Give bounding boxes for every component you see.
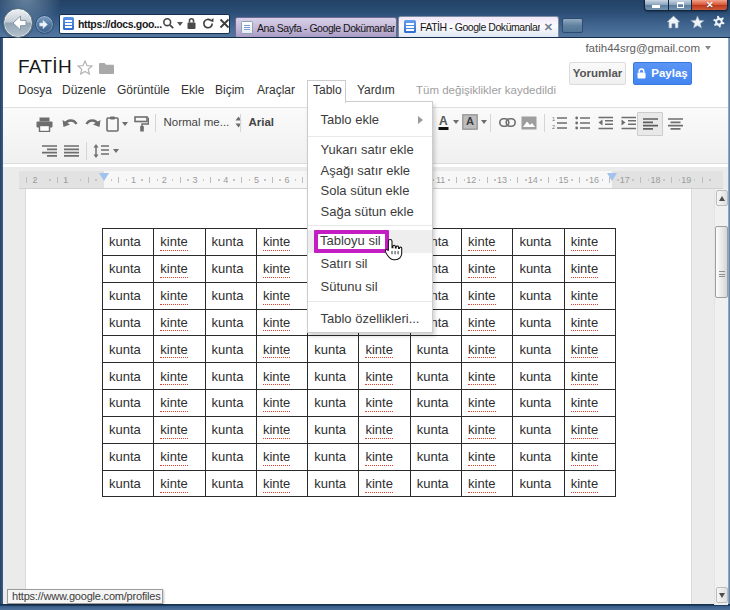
- table-cell[interactable]: kinte: [564, 470, 615, 497]
- table-cell[interactable]: kinte: [359, 443, 410, 470]
- table-cell[interactable]: kinte: [564, 336, 615, 363]
- folder-icon[interactable]: [98, 61, 115, 75]
- table-cell[interactable]: kinte: [462, 255, 513, 282]
- table-cell[interactable]: kinte: [154, 229, 205, 256]
- search-dropdown-caret[interactable]: [177, 22, 183, 26]
- minimize-button[interactable]: [645, 0, 669, 10]
- table-cell[interactable]: kunta: [205, 390, 256, 417]
- increase-indent-button[interactable]: [621, 116, 636, 130]
- menubar-item-yardım[interactable]: Yardım: [355, 81, 397, 100]
- table-cell[interactable]: kinte: [359, 363, 410, 390]
- refresh-icon[interactable]: [201, 17, 215, 30]
- styles-dropdown[interactable]: Normal me...: [164, 113, 243, 131]
- line-spacing-button[interactable]: [93, 144, 122, 158]
- table-cell[interactable]: kinte: [564, 282, 615, 309]
- align-center-button[interactable]: [668, 118, 683, 131]
- table-cell[interactable]: kinte: [256, 470, 307, 497]
- scrollbar-thumb[interactable]: [715, 226, 728, 298]
- table-cell[interactable]: kunta: [513, 390, 564, 417]
- scroll-down-button[interactable]: [716, 587, 728, 603]
- table-cell[interactable]: kunta: [513, 363, 564, 390]
- table-cell[interactable]: kinte: [256, 282, 307, 309]
- tab-ana-sayfa[interactable]: Ana Sayfa - Google Dokümanlar: [235, 17, 397, 37]
- table-cell[interactable]: kinte: [462, 282, 513, 309]
- table-cell[interactable]: kinte: [154, 443, 205, 470]
- font-dropdown[interactable]: Arial: [249, 113, 275, 131]
- redo-button[interactable]: [84, 118, 101, 131]
- table-cell[interactable]: kunta: [513, 416, 564, 443]
- table-cell[interactable]: kinte: [564, 416, 615, 443]
- table-cell[interactable]: kunta: [205, 336, 256, 363]
- table-cell[interactable]: kunta: [205, 443, 256, 470]
- table-cell[interactable]: kinte: [256, 443, 307, 470]
- account-menu[interactable]: fatih44srg@gmail.com: [585, 42, 714, 54]
- menubar-item-araçlar[interactable]: Araçlar: [255, 81, 297, 100]
- table-cell[interactable]: kunta: [513, 470, 564, 497]
- table-cell[interactable]: kunta: [513, 255, 564, 282]
- table-cell[interactable]: kinte: [256, 416, 307, 443]
- table-cell[interactable]: kinte: [256, 229, 307, 256]
- table-cell[interactable]: kunta: [513, 309, 564, 336]
- menu-item-tablo-ekle[interactable]: Tablo ekle: [308, 106, 433, 134]
- table-cell[interactable]: kunta: [205, 282, 256, 309]
- table-cell[interactable]: kinte: [359, 336, 410, 363]
- table-cell[interactable]: kunta: [103, 416, 154, 443]
- ruler-right-indent-marker[interactable]: [607, 173, 617, 181]
- star-document-icon[interactable]: [77, 60, 93, 75]
- table-cell[interactable]: kinte: [462, 363, 513, 390]
- ruler-left-indent-marker[interactable]: [99, 173, 109, 181]
- bulleted-list-button[interactable]: [575, 116, 590, 130]
- table-cell[interactable]: kunta: [410, 390, 461, 417]
- menu-item-sa-a-s-tun-ekle[interactable]: Sağa sütun ekle: [308, 201, 433, 222]
- table-cell[interactable]: kinte: [256, 255, 307, 282]
- home-icon[interactable]: [666, 15, 681, 29]
- table-cell[interactable]: kunta: [103, 470, 154, 497]
- table-cell[interactable]: kunta: [103, 336, 154, 363]
- menu-item-tablo-zellikleri-[interactable]: Tablo özellikleri...: [308, 306, 433, 331]
- table-cell[interactable]: kunta: [513, 443, 564, 470]
- table-cell[interactable]: kunta: [410, 336, 461, 363]
- table-cell[interactable]: kinte: [256, 309, 307, 336]
- table-cell[interactable]: kunta: [410, 470, 461, 497]
- web-clipboard-button[interactable]: [106, 116, 131, 132]
- table-cell[interactable]: kinte: [462, 470, 513, 497]
- stop-icon[interactable]: [219, 18, 230, 29]
- address-bar[interactable]: https://docs.goo...: [59, 14, 230, 34]
- table-cell[interactable]: kinte: [154, 363, 205, 390]
- table-cell[interactable]: kinte: [256, 336, 307, 363]
- table-cell[interactable]: kunta: [308, 336, 359, 363]
- new-tab-button[interactable]: [562, 18, 583, 33]
- numbered-list-button[interactable]: 1 2: [552, 116, 567, 130]
- table-cell[interactable]: kinte: [462, 309, 513, 336]
- table-cell[interactable]: kunta: [308, 443, 359, 470]
- table-cell[interactable]: kunta: [103, 309, 154, 336]
- menubar-item-ekle[interactable]: Ekle: [179, 81, 206, 100]
- vertical-scrollbar[interactable]: [714, 189, 728, 605]
- menubar-item-biçim[interactable]: Biçim: [213, 81, 246, 100]
- table-cell[interactable]: kunta: [513, 336, 564, 363]
- table-cell[interactable]: kinte: [359, 416, 410, 443]
- table-cell[interactable]: kinte: [462, 390, 513, 417]
- table-cell[interactable]: kinte: [564, 443, 615, 470]
- tab-fatih-active[interactable]: FATİH - Google Dokümanlar ✕: [398, 16, 559, 38]
- undo-button[interactable]: [62, 118, 79, 131]
- table-cell[interactable]: kinte: [564, 255, 615, 282]
- table-cell[interactable]: kunta: [513, 282, 564, 309]
- forward-button[interactable]: [35, 15, 54, 34]
- comments-button[interactable]: Yorumlar: [569, 62, 626, 85]
- align-right-button[interactable]: [42, 145, 57, 158]
- table-cell[interactable]: kinte: [154, 470, 205, 497]
- table-cell[interactable]: kinte: [256, 390, 307, 417]
- paint-format-button[interactable]: [134, 116, 149, 132]
- scroll-up-button[interactable]: [716, 190, 728, 206]
- table-cell[interactable]: kinte: [564, 309, 615, 336]
- table-cell[interactable]: kinte: [154, 282, 205, 309]
- table-cell[interactable]: kunta: [205, 416, 256, 443]
- table-cell[interactable]: kinte: [256, 363, 307, 390]
- table-cell[interactable]: kunta: [205, 229, 256, 256]
- highlight-color-button[interactable]: A: [462, 114, 490, 130]
- table-cell[interactable]: kinte: [154, 309, 205, 336]
- gear-icon[interactable]: [711, 15, 726, 29]
- table-cell[interactable]: kinte: [154, 416, 205, 443]
- document-title[interactable]: FATİH: [18, 56, 72, 78]
